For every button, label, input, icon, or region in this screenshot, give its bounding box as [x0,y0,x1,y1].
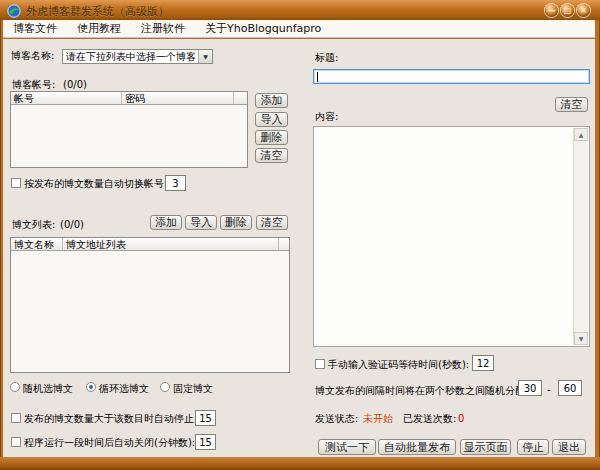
radio-random-post[interactable] [10,382,20,392]
posts-count: (0/0) [60,219,84,231]
auto-stop-input[interactable]: 15 [195,410,216,426]
posts-import-button[interactable]: 导入 [185,215,217,230]
posts-col-url[interactable]: 博文地址列表 [63,238,279,250]
menu-blog-file[interactable]: 博客文件 [3,21,67,36]
send-status-value: 未开始 [363,413,393,425]
auto-close-label: 程序运行一段时间后自动关闭(分钟数): [24,437,195,449]
auto-close-checkbox[interactable] [11,437,21,447]
radio-fixed-post[interactable] [160,382,170,392]
auto-switch-checkbox[interactable] [11,178,21,188]
blog-select-value: 请在下拉列表中选择一个博客 [63,50,198,64]
window-bottom-border [0,457,600,470]
posts-table[interactable]: 博文名称 博文地址列表 [10,237,290,373]
post-title-label: 标题: [315,52,338,64]
auto-close-input[interactable]: 15 [195,434,216,450]
blog-name-label: 博客名称: [11,50,54,62]
posts-clear-button[interactable]: 清空 [256,215,288,230]
sent-count-value: 0 [458,413,464,425]
captcha-wait-input[interactable]: 12 [472,355,494,371]
interval-dash: - [547,384,551,396]
auto-stop-checkbox[interactable] [11,413,21,423]
app-icon [7,3,21,17]
auto-batch-publish-button[interactable]: 自动批量发布 [378,439,456,455]
stop-button[interactable]: 停止 [517,439,549,455]
accounts-col-password[interactable]: 密码 [122,92,234,104]
posts-add-button[interactable]: 添加 [150,215,182,230]
show-page-button[interactable]: 显示页面 [460,439,511,455]
menu-register[interactable]: 注册软件 [131,21,195,36]
content-clear-button[interactable]: 清空 [555,97,588,112]
posts-col-blank [279,238,289,250]
minimize-button[interactable]: — [545,4,558,17]
captcha-wait-checkbox[interactable] [315,359,325,369]
post-content-label: 内容: [315,111,338,123]
auto-switch-input[interactable]: 3 [165,175,186,191]
posts-label: 博文列表: [12,219,55,231]
accounts-label: 博客帐号: [12,79,55,91]
accounts-add-button[interactable]: 添加 [255,93,288,108]
maximize-button[interactable]: □ [561,4,574,17]
send-status-label: 发送状态: [315,413,358,425]
posts-table-header: 博文名称 博文地址列表 [11,238,289,251]
radio-cycle-label: 循环选博文 [99,383,149,395]
menu-bar: 博客文件 使用教程 注册软件 关于YhoBlogqunfapro [3,20,595,38]
accounts-col-blank [234,92,247,104]
accounts-clear-button[interactable]: 清空 [255,148,288,163]
interval-label: 博文发布的间隔时间将在两个秒数之间随机分配: [315,385,528,397]
close-button[interactable]: ✕ [577,4,590,17]
text-caret [317,72,318,82]
accounts-table-header: 帐号 密码 [11,92,247,105]
accounts-import-button[interactable]: 导入 [255,112,288,127]
exit-button[interactable]: 退出 [552,439,586,455]
radio-fixed-label: 固定博文 [173,383,213,395]
window-title: 外虎博客群发系统（高级版） [26,4,169,19]
chevron-down-icon[interactable]: ▼ [198,50,212,63]
interval-min-input[interactable]: 30 [518,380,542,396]
sent-count-label: 已发送次数: [403,413,456,425]
content-scrollbar[interactable]: ▲ ▼ [573,128,588,345]
interval-max-input[interactable]: 60 [558,380,582,396]
menu-about[interactable]: 关于YhoBlogqunfapro [195,21,331,36]
auto-stop-label: 发布的博文数量大于该数目时自动停止: [24,413,197,425]
accounts-table[interactable]: 帐号 密码 [10,91,248,168]
app-window: 外虎博客群发系统（高级版） — □ ✕ 博客文件 使用教程 注册软件 关于Yho… [0,0,600,470]
blog-select-dropdown[interactable]: 请在下拉列表中选择一个博客 ▼ [62,49,213,64]
captcha-wait-label: 手动输入验证码等待时间(秒数): [328,359,469,371]
posts-col-name[interactable]: 博文名称 [11,238,63,250]
auto-switch-label: 按发布的博文数量自动切换帐号: [24,178,167,190]
radio-random-label: 随机选博文 [23,383,73,395]
radio-cycle-post[interactable] [86,382,96,392]
radio-selected-dot [89,385,93,389]
scroll-up-icon[interactable]: ▲ [574,128,588,141]
post-title-input[interactable] [313,69,590,84]
post-content-textarea[interactable]: ▲ ▼ [313,126,590,347]
test-button[interactable]: 测试一下 [318,439,376,455]
accounts-delete-button[interactable]: 删除 [255,130,288,145]
menu-tutorial[interactable]: 使用教程 [67,21,131,36]
accounts-col-account[interactable]: 帐号 [11,92,122,104]
accounts-count: (0/0) [63,79,87,91]
title-bar[interactable]: 外虎博客群发系统（高级版） — □ ✕ [0,0,600,20]
scroll-down-icon[interactable]: ▼ [574,332,588,345]
posts-delete-button[interactable]: 删除 [220,215,252,230]
